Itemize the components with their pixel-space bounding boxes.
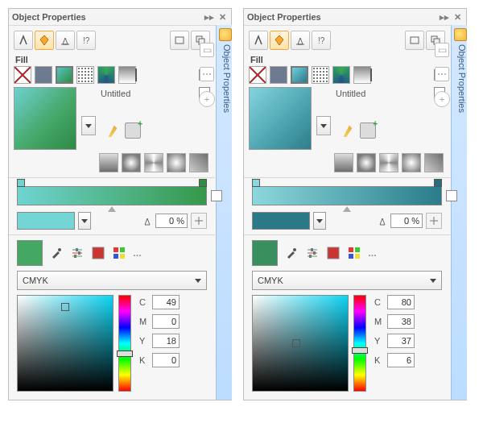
gradient-preview[interactable] bbox=[249, 87, 312, 150]
fill-none-button[interactable] bbox=[14, 66, 31, 84]
collapse-icon[interactable]: ▸▸ bbox=[439, 11, 450, 23]
gradient-elliptical-button[interactable] bbox=[357, 153, 376, 172]
hue-thumb[interactable] bbox=[117, 351, 133, 357]
stop-position-lock[interactable] bbox=[426, 213, 442, 229]
gradient-midpoint[interactable] bbox=[343, 206, 351, 212]
gradient-stop-right[interactable] bbox=[199, 179, 207, 187]
hue-thumb[interactable] bbox=[352, 347, 368, 354]
fill-pattern-button[interactable] bbox=[76, 66, 94, 84]
panel-titlebar[interactable]: Object Properties ▸▸ ✕ bbox=[9, 9, 231, 26]
stop-color-dropdown[interactable] bbox=[78, 212, 91, 230]
y-input[interactable]: 37 bbox=[387, 334, 415, 348]
color-viewer-icon[interactable] bbox=[326, 246, 341, 260]
eyedropper-icon[interactable] bbox=[49, 246, 64, 260]
c-input[interactable]: 80 bbox=[387, 295, 415, 309]
fill-solid-button[interactable] bbox=[270, 66, 287, 84]
transparency-tool-button[interactable] bbox=[291, 31, 310, 50]
add-preset-icon[interactable] bbox=[360, 122, 376, 139]
gradient-linear-button[interactable] bbox=[99, 153, 118, 172]
fill-texture-button[interactable] bbox=[118, 66, 136, 84]
gradient-stop-left[interactable] bbox=[17, 179, 25, 187]
gutter-menu-icon[interactable]: ⋯ bbox=[435, 67, 449, 81]
close-icon[interactable]: ✕ bbox=[452, 11, 463, 23]
current-color-swatch[interactable] bbox=[17, 240, 43, 266]
gradient-preset-dropdown[interactable] bbox=[81, 116, 96, 135]
fill-twocolor-button[interactable] bbox=[332, 66, 350, 84]
gradient-elliptical-button[interactable] bbox=[122, 153, 141, 172]
gradient-reverse-checkbox[interactable] bbox=[211, 190, 222, 201]
color-viewer-icon[interactable] bbox=[91, 246, 105, 260]
sv-color-field[interactable] bbox=[252, 295, 349, 392]
gradient-square-button[interactable] bbox=[424, 153, 444, 172]
color-model-dropdown[interactable]: CMYK bbox=[252, 271, 442, 290]
hue-slider[interactable] bbox=[353, 295, 366, 392]
fill-solid-button[interactable] bbox=[35, 66, 52, 84]
gradient-midpoint[interactable] bbox=[108, 206, 116, 212]
gradient-stop-left[interactable] bbox=[252, 179, 260, 187]
outline-tool-button[interactable] bbox=[14, 31, 33, 50]
gradient-radial-button[interactable] bbox=[402, 153, 421, 172]
frame-icon-button[interactable] bbox=[170, 31, 189, 50]
frame-icon-button[interactable] bbox=[405, 31, 424, 50]
gradient-conical-button[interactable] bbox=[379, 153, 398, 172]
edit-fill-icon[interactable] bbox=[105, 122, 120, 137]
fill-pattern-button[interactable] bbox=[312, 66, 329, 84]
hue-slider[interactable] bbox=[118, 295, 131, 392]
sv-marker[interactable] bbox=[61, 303, 69, 311]
stop-color-chip[interactable] bbox=[252, 212, 310, 230]
k-input[interactable]: 6 bbox=[387, 353, 415, 367]
transparency-tool-button[interactable] bbox=[56, 31, 75, 50]
outline-tool-button[interactable] bbox=[249, 31, 268, 50]
fill-twocolor-button[interactable] bbox=[97, 66, 115, 84]
gradient-preset-dropdown[interactable] bbox=[316, 116, 331, 135]
gradient-square-button[interactable] bbox=[189, 153, 208, 172]
fill-gradient-button[interactable] bbox=[291, 66, 308, 84]
k-input[interactable]: 0 bbox=[152, 353, 180, 367]
fill-gradient-button[interactable] bbox=[56, 66, 73, 84]
gradient-conical-button[interactable] bbox=[144, 153, 163, 172]
sliders-icon[interactable] bbox=[305, 246, 320, 260]
close-icon[interactable]: ✕ bbox=[217, 11, 228, 23]
stop-opacity-input[interactable]: 0 % bbox=[390, 214, 423, 228]
panel-titlebar[interactable]: Object Properties ▸▸ ✕ bbox=[244, 9, 466, 26]
gradient-slider[interactable] bbox=[252, 186, 442, 205]
fill-none-button[interactable] bbox=[249, 66, 266, 84]
fill-tool-button[interactable] bbox=[35, 31, 54, 50]
gradient-linear-button[interactable] bbox=[334, 153, 353, 172]
y-input[interactable]: 18 bbox=[152, 334, 180, 348]
eyedropper-icon[interactable] bbox=[284, 246, 299, 260]
stop-opacity-input[interactable]: 0 % bbox=[155, 214, 188, 228]
gutter-window-icon[interactable]: ▭ bbox=[200, 43, 214, 57]
gutter-menu-icon[interactable]: ⋯ bbox=[200, 67, 214, 81]
color-model-dropdown[interactable]: CMYK bbox=[17, 271, 207, 290]
m-input[interactable]: 0 bbox=[152, 314, 180, 329]
gradient-stop-right[interactable] bbox=[434, 179, 442, 187]
hints-button[interactable]: !? bbox=[312, 31, 331, 50]
gradient-slider[interactable] bbox=[17, 186, 207, 205]
stop-color-chip[interactable] bbox=[17, 212, 75, 230]
sliders-icon[interactable] bbox=[70, 246, 85, 260]
sv-marker[interactable] bbox=[292, 339, 300, 347]
more-options-icon[interactable]: … bbox=[368, 248, 378, 258]
stop-position-lock[interactable] bbox=[191, 213, 207, 229]
hints-button[interactable]: !? bbox=[76, 31, 96, 50]
palette-icon[interactable] bbox=[112, 246, 126, 260]
m-input[interactable]: 38 bbox=[387, 314, 415, 329]
gradient-radial-button[interactable] bbox=[167, 153, 186, 172]
palette-icon[interactable] bbox=[347, 246, 361, 260]
more-options-icon[interactable]: … bbox=[133, 248, 142, 258]
sv-color-field[interactable] bbox=[17, 295, 114, 392]
edit-fill-icon[interactable] bbox=[341, 122, 355, 137]
c-input[interactable]: 49 bbox=[152, 295, 180, 309]
current-color-swatch[interactable] bbox=[252, 240, 278, 266]
side-tab-object-properties[interactable]: Object Properties bbox=[216, 25, 232, 400]
side-tab-object-properties[interactable]: Object Properties bbox=[451, 25, 467, 400]
gradient-reverse-checkbox[interactable] bbox=[446, 190, 457, 201]
gutter-window-icon[interactable]: ▭ bbox=[435, 43, 449, 57]
gradient-preview[interactable] bbox=[14, 87, 76, 150]
fill-texture-button[interactable] bbox=[353, 66, 371, 84]
add-preset-icon[interactable] bbox=[125, 122, 141, 139]
gutter-add-icon[interactable]: + bbox=[434, 91, 450, 107]
collapse-icon[interactable]: ▸▸ bbox=[204, 11, 215, 23]
gutter-add-icon[interactable]: + bbox=[199, 91, 215, 107]
